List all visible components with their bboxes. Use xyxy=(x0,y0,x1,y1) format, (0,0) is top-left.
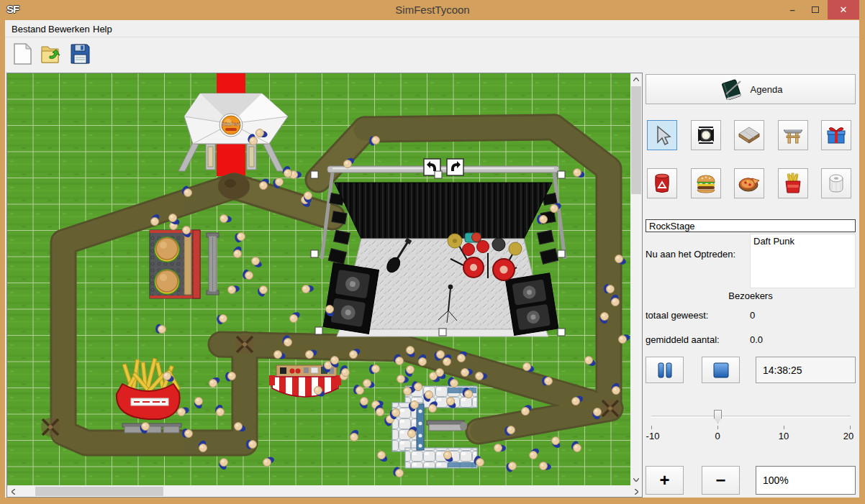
visitors-heading: Bezoekers xyxy=(646,290,856,301)
agenda-button-label: Agenda xyxy=(751,84,783,95)
toolbar xyxy=(5,38,859,70)
visitors-total-label: totaal geweest: xyxy=(646,310,708,321)
stage-light-tool-button[interactable] xyxy=(691,120,721,150)
visitor[interactable] xyxy=(542,377,553,386)
path-tile-icon xyxy=(738,126,761,145)
selection-handle[interactable] xyxy=(558,250,565,257)
slider-label-zero: 0 xyxy=(715,431,720,441)
menu-bewerken[interactable]: Bewerken xyxy=(45,23,93,35)
gift-stand-tool-button[interactable] xyxy=(821,120,851,150)
titlebar: SF SimFestTycoon – ✕ xyxy=(0,0,865,20)
tent-logo-text: SimFest xyxy=(222,122,240,127)
pizza-icon xyxy=(738,173,761,193)
close-button[interactable]: ✕ xyxy=(828,0,859,19)
turnstile-marker xyxy=(601,399,620,418)
window-title: SimFestTycoon xyxy=(0,4,865,16)
trash-can-icon xyxy=(652,173,672,194)
minimize-button[interactable]: – xyxy=(782,0,803,19)
stop-icon xyxy=(712,362,730,378)
save-file-icon xyxy=(69,42,91,65)
vertical-scrollbar[interactable] xyxy=(630,73,642,485)
pause-icon xyxy=(656,362,674,378)
new-file-icon xyxy=(12,42,33,65)
speed-slider-thumb[interactable] xyxy=(714,410,722,423)
new-file-button[interactable] xyxy=(9,41,35,67)
slider-tick xyxy=(784,426,784,429)
bench-toilet-area xyxy=(427,421,467,431)
gate-tool-button[interactable] xyxy=(778,120,808,150)
visitor[interactable] xyxy=(246,440,257,449)
zoom-out-button[interactable]: − xyxy=(702,466,740,495)
save-file-button[interactable] xyxy=(67,41,93,67)
horizontal-scrollbar[interactable] xyxy=(7,486,642,497)
stage-speaker-left xyxy=(323,263,379,334)
menubar: Bestand Bewerken Help xyxy=(5,20,859,37)
junction-detail xyxy=(225,179,236,188)
app-window: SF SimFestTycoon – ✕ Bestand Bewerken He… xyxy=(0,0,865,504)
vertical-scroll-thumb[interactable] xyxy=(631,86,641,194)
fries-stand-tool-button[interactable] xyxy=(778,168,808,198)
visitors-average-value: 0.0 xyxy=(750,334,763,345)
slider-label-min: -10 xyxy=(646,431,660,441)
slider-tick xyxy=(850,426,851,429)
select-tool-button[interactable] xyxy=(647,120,677,150)
burger-stand-tool-button[interactable] xyxy=(691,168,721,198)
pause-button[interactable] xyxy=(646,357,684,383)
rotate-right-button[interactable] xyxy=(447,159,463,175)
slider-tick xyxy=(651,426,652,429)
toilet-paper-icon xyxy=(826,173,846,194)
open-file-button[interactable] xyxy=(38,41,64,67)
stage-light-icon xyxy=(695,124,717,146)
clock-display: 14:38:25 xyxy=(756,357,856,383)
agenda-book-icon xyxy=(719,78,743,100)
fries-icon xyxy=(784,173,802,194)
slider-tick xyxy=(717,426,718,429)
now-performing-listbox[interactable]: Daft Punk xyxy=(750,234,856,288)
stop-button[interactable] xyxy=(702,357,740,383)
selection-handle[interactable] xyxy=(439,329,446,336)
now-performing-label: Nu aan het Optreden: xyxy=(646,249,735,260)
menu-bestand[interactable]: Bestand xyxy=(9,23,49,35)
stage-speaker-right xyxy=(505,273,558,336)
scroll-right-icon[interactable] xyxy=(630,486,642,497)
burger-stand xyxy=(150,230,200,298)
circus-food-stand xyxy=(269,365,341,397)
scroll-down-icon[interactable] xyxy=(630,474,642,485)
zoom-level-display: 100% xyxy=(756,466,856,495)
selection-handle[interactable] xyxy=(558,171,565,178)
gate-icon xyxy=(782,124,804,146)
toilet-paper-tool-button[interactable] xyxy=(821,168,851,198)
zoom-in-button[interactable]: + xyxy=(646,466,684,495)
maximize-icon xyxy=(812,6,819,13)
maximize-button[interactable] xyxy=(805,0,826,19)
open-file-icon xyxy=(40,42,63,65)
speed-slider-track[interactable] xyxy=(651,416,851,418)
turnstile-marker xyxy=(41,418,60,436)
slider-label-ten: 10 xyxy=(779,431,789,441)
gift-icon xyxy=(825,124,847,146)
stage-name-input[interactable] xyxy=(646,219,856,232)
path-tile-tool-button[interactable] xyxy=(734,120,764,150)
menu-help[interactable]: Help xyxy=(90,23,115,35)
pizza-stand-tool-button[interactable] xyxy=(734,168,764,198)
visitor[interactable] xyxy=(537,215,548,224)
horizontal-scroll-thumb[interactable] xyxy=(35,487,163,496)
selection-handle[interactable] xyxy=(315,327,322,334)
selection-handle[interactable] xyxy=(558,329,565,336)
side-panel: Agenda xyxy=(646,70,856,498)
festival-map-canvas[interactable]: SimFest xyxy=(7,73,630,485)
scroll-left-icon[interactable] xyxy=(7,486,19,497)
turnstile-marker xyxy=(235,335,254,354)
selection-handle[interactable] xyxy=(435,171,442,178)
agenda-button[interactable]: Agenda xyxy=(646,74,856,104)
slider-label-max: 20 xyxy=(843,431,853,441)
scroll-up-icon[interactable] xyxy=(630,73,642,85)
selection-handle[interactable] xyxy=(311,250,318,257)
bench-horizontal xyxy=(122,423,181,433)
bench-vertical xyxy=(207,233,219,295)
stage-curtain xyxy=(335,183,552,239)
visitors-total-value: 0 xyxy=(750,310,755,321)
trash-can-tool-button[interactable] xyxy=(647,168,677,198)
burger-icon xyxy=(694,173,717,193)
selection-handle[interactable] xyxy=(311,171,318,178)
